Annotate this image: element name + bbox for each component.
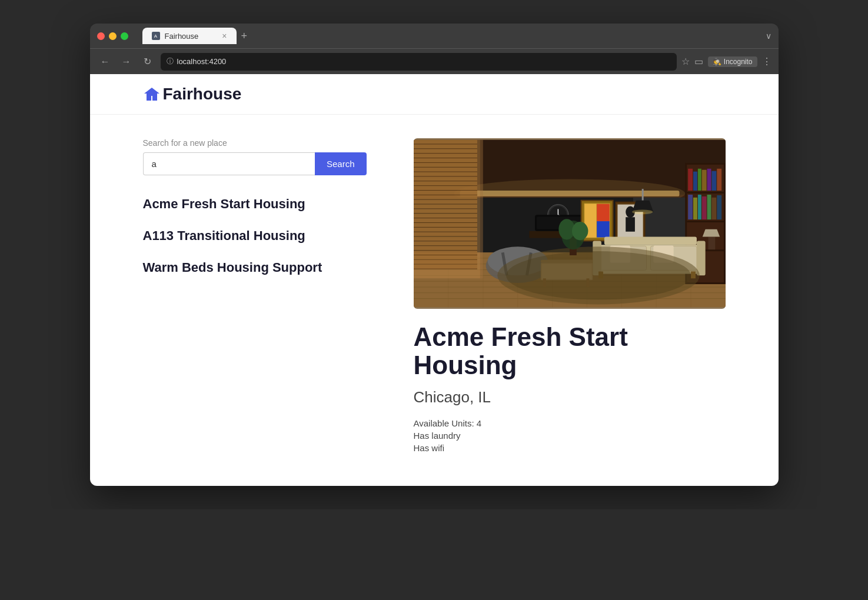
svg-rect-114: [701, 196, 706, 219]
svg-rect-126: [696, 241, 705, 275]
right-panel: Acme Fresh Start Housing Chicago, IL Ava…: [414, 138, 726, 453]
svg-rect-119: [604, 237, 696, 245]
svg-rect-80: [414, 140, 480, 279]
property-image: [414, 138, 726, 309]
tab-favicon: A: [152, 32, 160, 40]
svg-rect-96: [626, 217, 635, 232]
svg-point-98: [632, 209, 653, 214]
page-content: Fairhouse Search for a new place Search …: [90, 74, 779, 486]
logo-text: Fairhouse: [163, 85, 242, 104]
laundry-amenity: Has laundry: [414, 431, 726, 441]
svg-rect-113: [697, 195, 701, 219]
back-button[interactable]: ←: [97, 54, 114, 70]
refresh-button[interactable]: ↻: [139, 54, 156, 70]
tab-title: Fairhouse: [165, 32, 199, 41]
svg-rect-109: [711, 171, 716, 191]
svg-rect-115: [707, 195, 711, 219]
svg-rect-101: [687, 192, 724, 194]
listing-list: Acme Fresh Start Housing A113 Transition…: [143, 196, 367, 275]
svg-rect-91: [597, 204, 610, 221]
available-units: Available Units: 4: [414, 418, 726, 428]
incognito-label: Incognito: [724, 58, 753, 66]
svg-point-143: [571, 222, 587, 240]
svg-rect-111: [688, 195, 693, 219]
listing-title: Acme Fresh Start Housing: [143, 196, 305, 211]
incognito-badge: 🕵 Incognito: [708, 56, 757, 67]
logo[interactable]: Fairhouse: [143, 85, 242, 104]
bookmark-icon[interactable]: ☆: [681, 56, 690, 67]
svg-rect-117: [717, 195, 721, 219]
listing-item[interactable]: A113 Transitional Housing: [143, 228, 367, 244]
listing-title: Warm Beds Housing Support: [143, 260, 322, 275]
new-tab-button[interactable]: +: [237, 30, 252, 42]
svg-rect-92: [597, 221, 610, 237]
svg-rect-107: [701, 170, 706, 191]
svg-rect-106: [697, 169, 701, 191]
more-options-icon[interactable]: ⋮: [762, 56, 771, 67]
traffic-lights: [97, 32, 128, 40]
browser-titlebar: A Fairhouse × + ∨: [90, 24, 779, 48]
tab-expand-icon: ∨: [766, 31, 771, 41]
minimize-window-button[interactable]: [109, 32, 117, 40]
toolbar-actions: ☆ ▭ 🕵 Incognito ⋮: [681, 56, 771, 67]
svg-rect-102: [687, 221, 724, 222]
incognito-icon: 🕵: [713, 58, 721, 66]
tab-close-button[interactable]: ×: [222, 31, 227, 41]
forward-button[interactable]: →: [118, 54, 135, 70]
svg-rect-110: [717, 169, 721, 191]
search-label: Search for a new place: [143, 138, 367, 148]
url-display: localhost:4200: [177, 57, 671, 66]
browser-tab[interactable]: A Fairhouse ×: [142, 28, 237, 44]
address-bar[interactable]: ⓘ localhost:4200: [161, 53, 677, 71]
svg-rect-97: [641, 189, 643, 201]
wifi-amenity: Has wifi: [414, 443, 726, 453]
maximize-window-button[interactable]: [121, 32, 128, 40]
main-layout: Search for a new place Search Acme Fresh…: [90, 115, 779, 476]
security-icon: ⓘ: [167, 56, 174, 66]
left-panel: Search for a new place Search Acme Fresh…: [143, 138, 367, 453]
listing-item[interactable]: Warm Beds Housing Support: [143, 260, 367, 275]
listing-item[interactable]: Acme Fresh Start Housing: [143, 196, 367, 212]
svg-rect-108: [707, 169, 711, 191]
app-header: Fairhouse: [90, 74, 779, 115]
tab-bar: A Fairhouse × + ∨: [142, 28, 771, 44]
svg-rect-118: [708, 237, 715, 250]
property-details: Available Units: 4 Has laundry Has wifi: [414, 418, 726, 453]
logo-house-icon: [143, 85, 161, 103]
close-window-button[interactable]: [97, 32, 105, 40]
property-location: Chicago, IL: [414, 388, 726, 406]
search-row: Search: [143, 152, 367, 175]
svg-rect-105: [693, 172, 697, 191]
property-name: Acme Fresh Start Housing: [414, 323, 726, 380]
svg-rect-104: [688, 169, 693, 191]
search-input[interactable]: [143, 152, 315, 175]
cast-icon[interactable]: ▭: [694, 56, 703, 67]
svg-point-139: [506, 251, 691, 299]
browser-window: A Fairhouse × + ∨ ← → ↻ ⓘ localhost:4200…: [90, 24, 779, 486]
svg-rect-112: [693, 198, 697, 219]
browser-toolbar: ← → ↻ ⓘ localhost:4200 ☆ ▭ 🕵 Incognito ⋮: [90, 48, 779, 74]
room-illustration: [414, 138, 726, 309]
listing-title: A113 Transitional Housing: [143, 228, 305, 243]
search-button[interactable]: Search: [315, 152, 367, 175]
svg-rect-116: [711, 198, 716, 219]
